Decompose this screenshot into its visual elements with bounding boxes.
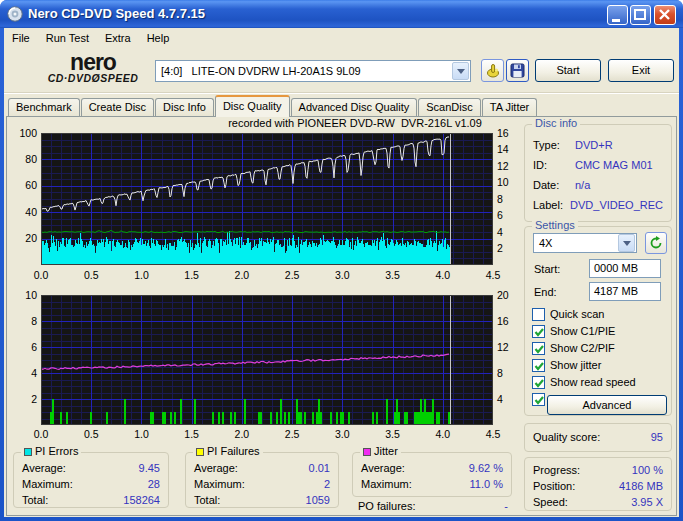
svg-text:1.0: 1.0 <box>134 428 149 440</box>
speed-value: 3.95 X <box>631 496 663 508</box>
exit-button[interactable]: Exit <box>608 59 674 82</box>
svg-text:40: 40 <box>25 206 37 218</box>
pi-errors-swatch-icon <box>24 448 32 456</box>
close-button[interactable] <box>654 5 676 25</box>
svg-text:100: 100 <box>19 127 37 139</box>
tab-advanced-disc-quality[interactable]: Advanced Disc Quality <box>291 98 418 117</box>
pie-total-label: Total: <box>22 494 48 506</box>
menu-file[interactable]: File <box>4 29 38 46</box>
tab-disc-info[interactable]: Disc Info <box>155 98 214 117</box>
drive-select-value: [4:0] LITE-ON DVDRW LH-20A1S 9L09 <box>156 65 452 77</box>
svg-text:4.5: 4.5 <box>486 269 501 281</box>
jitter-average-label: Average: <box>361 462 405 474</box>
svg-text:3.0: 3.0 <box>335 269 350 281</box>
pi-errors-caption: PI Errors <box>21 445 81 458</box>
tab-create-disc[interactable]: Create Disc <box>81 98 154 117</box>
svg-text:0.5: 0.5 <box>84 269 99 281</box>
pie-total-value: 158264 <box>123 494 160 506</box>
settings-group: Settings 4X Start: 0000 MB End: 4187 MB … <box>524 226 672 416</box>
pif-total-value: 1059 <box>306 494 330 506</box>
checkbox-label: Show C2/PIF <box>550 342 615 354</box>
po-failures-label: PO failures: <box>358 500 415 512</box>
start-mb-field[interactable]: 0000 MB <box>589 259 661 278</box>
tab-strip: BenchmarkCreate DiscDisc InfoDisc Qualit… <box>8 97 538 117</box>
disc-type-label: Type: <box>533 139 575 151</box>
progress-group: Progress:100 % Position:4186 MB Speed:3.… <box>524 457 672 511</box>
tab-disc-quality[interactable]: Disc Quality <box>215 95 290 117</box>
eject-button[interactable] <box>481 59 504 82</box>
disc-date-label: Date: <box>533 179 575 191</box>
refresh-button[interactable] <box>645 232 667 254</box>
checked-checkbox-icon[interactable] <box>532 376 545 389</box>
tab-ta-jitter[interactable]: TA Jitter <box>482 98 538 117</box>
quality-score-value: 95 <box>651 431 663 443</box>
start-mb-label: Start: <box>534 263 560 275</box>
header-toolbar: nero CD·DVDØSPEED [4:0] LITE-ON DVDRW LH… <box>4 48 679 93</box>
scan-speed-value: 4X <box>534 237 618 249</box>
checkbox-quick-scan[interactable]: Quick scan <box>532 306 673 322</box>
pif-maximum-value: 2 <box>324 478 330 490</box>
pi-failures-swatch-icon <box>196 448 204 456</box>
disc-label-label: Label: <box>533 199 570 211</box>
menu-bar: FileRun TestExtraHelp <box>4 29 679 48</box>
svg-text:6: 6 <box>497 209 503 221</box>
svg-text:60: 60 <box>25 179 37 191</box>
minimize-button[interactable] <box>607 5 628 25</box>
quality-score-group: Quality score:95 <box>524 423 672 452</box>
jitter-swatch-icon <box>363 448 371 456</box>
jitter-average-value: 9.62 % <box>469 462 503 474</box>
menu-extra[interactable]: Extra <box>97 29 139 46</box>
start-button[interactable]: Start <box>535 59 601 82</box>
end-mb-field[interactable]: 4187 MB <box>589 282 661 301</box>
menu-help[interactable]: Help <box>139 29 178 46</box>
floppy-save-icon <box>510 63 525 78</box>
title-bar[interactable]: Nero CD-DVD Speed 4.7.7.15 <box>0 0 683 28</box>
scan-speed-select[interactable]: 4X <box>533 233 637 253</box>
maximize-button[interactable] <box>630 5 651 25</box>
drive-select[interactable]: [4:0] LITE-ON DVDRW LH-20A1S 9L09 <box>155 60 471 82</box>
svg-text:14: 14 <box>497 143 509 155</box>
chevron-down-icon[interactable] <box>452 62 469 80</box>
svg-text:20: 20 <box>25 232 37 244</box>
svg-text:4.0: 4.0 <box>435 269 450 281</box>
svg-text:80: 80 <box>25 153 37 165</box>
svg-text:16: 16 <box>497 127 509 139</box>
app-window: Nero CD-DVD Speed 4.7.7.15 FileRun TestE… <box>0 0 683 521</box>
svg-text:2.5: 2.5 <box>285 269 300 281</box>
checked-checkbox-icon[interactable] <box>532 342 545 355</box>
checked-checkbox-icon[interactable] <box>532 359 545 372</box>
svg-text:12: 12 <box>497 160 509 172</box>
checkbox-show-c1-pie[interactable]: Show C1/PIE <box>532 323 673 339</box>
svg-text:4.0: 4.0 <box>435 428 450 440</box>
app-disc-icon <box>7 6 23 22</box>
pif-total-label: Total: <box>194 494 220 506</box>
advanced-button[interactable]: Advanced <box>547 395 667 415</box>
svg-text:0.5: 0.5 <box>84 428 99 440</box>
pif-jitter-chart: 246810481216200.00.51.01.52.02.53.03.54.… <box>8 288 520 440</box>
progress-value: 100 % <box>632 464 663 476</box>
chevron-down-icon[interactable] <box>618 234 635 252</box>
tab-scandisc[interactable]: ScanDisc <box>418 98 480 117</box>
svg-text:3.5: 3.5 <box>385 428 400 440</box>
tab-benchmark[interactable]: Benchmark <box>8 98 80 117</box>
unchecked-checkbox-icon[interactable] <box>532 308 545 321</box>
svg-text:6: 6 <box>31 341 37 353</box>
checkbox-show-jitter[interactable]: Show jitter <box>532 357 673 373</box>
svg-text:10: 10 <box>25 289 37 301</box>
save-button[interactable] <box>506 59 529 82</box>
menu-run-test[interactable]: Run Test <box>38 29 97 46</box>
svg-text:16: 16 <box>497 315 509 327</box>
svg-text:4: 4 <box>31 367 37 379</box>
progress-label: Progress: <box>533 464 580 476</box>
checkbox-show-read-speed[interactable]: Show read speed <box>532 374 673 390</box>
pif-average-value: 0.01 <box>309 462 330 474</box>
checkbox-label: Show C1/PIE <box>550 325 615 337</box>
checked-checkbox-icon[interactable] <box>532 393 545 406</box>
disc-info-group: Disc info Type:DVD+R ID:CMC MAG M01 Date… <box>524 124 672 222</box>
pie-maximum-value: 28 <box>148 478 160 490</box>
checked-checkbox-icon[interactable] <box>532 325 545 338</box>
svg-text:3.5: 3.5 <box>385 269 400 281</box>
scan-options-list: Quick scanShow C1/PIEShow C2/PIFShow jit… <box>525 305 673 407</box>
checkbox-show-c2-pif[interactable]: Show C2/PIF <box>532 340 673 356</box>
disc-id-value: CMC MAG M01 <box>575 159 653 171</box>
